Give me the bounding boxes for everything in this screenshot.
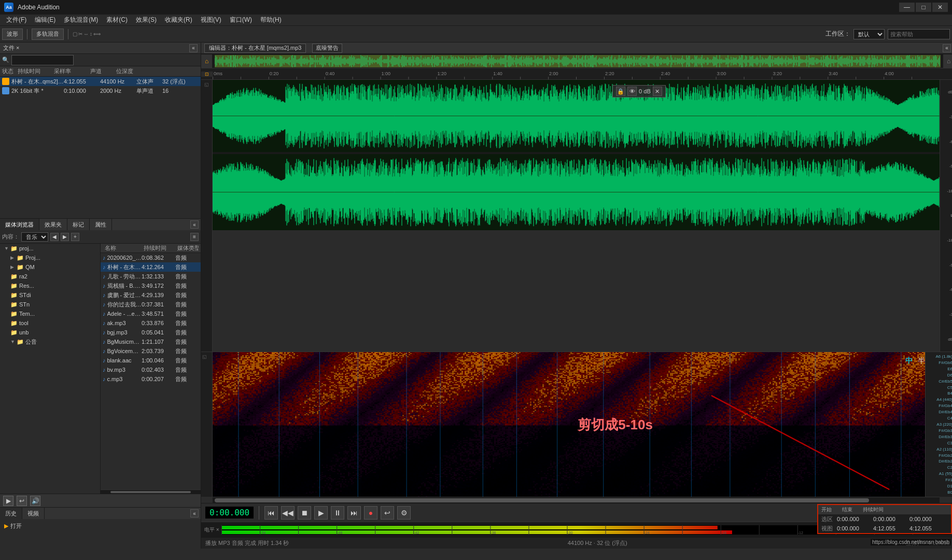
db-mark-n3: -3 <box>949 115 952 119</box>
media-playback: ▶ ↩ 🔊 <box>0 494 201 507</box>
media-row-7[interactable]: ♪ Adele - ...e Deep [mqms2].mp3 3:48.571… <box>101 309 201 318</box>
tree-item-proj[interactable]: ▼ 📁 proj... <box>0 244 100 253</box>
workspace-select[interactable]: 默认 <box>853 29 885 39</box>
menu-item-F[interactable]: 文件(F) <box>2 15 31 25</box>
tab-markers[interactable]: 标记 <box>67 219 90 230</box>
tree-item-Proj[interactable]: ▶ 📁 Proj... <box>0 253 100 262</box>
content-select[interactable]: 音乐 <box>21 232 48 242</box>
tree-item-QM[interactable]: ▶ 📁 QM <box>0 262 100 272</box>
tree-item-STn[interactable]: 📁 STn <box>0 300 100 309</box>
nav-add-btn[interactable]: + <box>71 233 79 241</box>
menu-item-E[interactable]: 编辑(E) <box>31 15 60 25</box>
maximize-button[interactable]: □ <box>916 3 931 12</box>
tree-item-ra2[interactable]: 📁 ra2 <box>0 272 100 281</box>
move-tool-icon[interactable]: ↕ <box>90 31 92 37</box>
minimize-button[interactable]: — <box>899 3 915 12</box>
tree-item-STdi[interactable]: 📁 STdi <box>0 290 100 300</box>
waveform-scrollbar[interactable] <box>213 497 940 503</box>
menu-item-C[interactable]: 素材(C) <box>102 15 132 25</box>
editor-collapse-btn[interactable]: « <box>943 44 951 52</box>
waveform-btn[interactable]: 波形 <box>2 29 23 40</box>
menu-item-W[interactable]: 窗口(W) <box>226 15 256 25</box>
tab-video[interactable]: 视频 <box>22 508 45 519</box>
media-row-8[interactable]: ♪ ak.mp3 0:33.876 音频 <box>101 318 201 328</box>
tab-history[interactable]: 历史 <box>0 508 22 519</box>
media-file-type: 音频 <box>175 282 199 290</box>
media-row-13[interactable]: ♪ bv.mp3 0:02.403 音频 <box>101 365 201 374</box>
play-btn[interactable]: ▶ <box>314 506 328 520</box>
media-row-9[interactable]: ♪ bgj.mp3 0:05.041 音频 <box>101 328 201 337</box>
spec-left-gutter: ◱ <box>201 352 213 497</box>
nav-back-btn[interactable]: ◀ <box>50 233 59 241</box>
editor-tab[interactable]: 编辑器：朴树 - 在木星 [mqms2].mp3 <box>204 44 306 53</box>
menu-item-V[interactable]: 视图(V) <box>197 15 226 25</box>
wf-eye-btn[interactable]: 👁 <box>627 87 637 96</box>
menu-item-H[interactable]: 帮助(H) <box>256 15 286 25</box>
slip-tool-icon[interactable]: ⟺ <box>93 31 101 37</box>
vol-btn[interactable]: 🔊 <box>30 496 40 506</box>
media-row-11[interactable]: ♪ BgVoicemerged.aac 2:03.739 音频 <box>101 346 201 356</box>
media-row-1[interactable]: ♪ 20200620_113609.m4a 0:08.362 音频 <box>101 253 201 262</box>
media-file-type: 音频 <box>175 310 199 318</box>
loop-transport-btn[interactable]: ↩ <box>381 506 394 520</box>
col-type: 媒体类型 <box>175 244 199 252</box>
pause-btn[interactable]: ⏸ <box>331 506 344 520</box>
time-sel-icon[interactable]: ↔ <box>83 31 89 37</box>
tree-item-music[interactable]: ▼ 📁 公音 <box>0 337 100 346</box>
media-row-4[interactable]: ♪ 焉栈猫 - B...oom [mqms2].mp3 3:49.172 音频 <box>101 281 201 290</box>
overview-waveform[interactable] <box>215 55 941 67</box>
media-row-6[interactable]: ♪ 你的过去我不介入...0675.mp3 0:37.381 音频 <box>101 300 201 309</box>
media-row-12[interactable]: ♪ blank.aac 1:00.046 音频 <box>101 356 201 365</box>
stop-btn[interactable]: ⏹ <box>298 506 311 520</box>
record-btn[interactable]: ● <box>364 506 377 520</box>
media-row-14[interactable]: ♪ c.mp3 0:00.207 音频 <box>101 374 201 384</box>
select-tool-icon[interactable]: ▢ <box>73 31 77 37</box>
loop-btn[interactable]: ↩ <box>17 496 27 506</box>
rewind-btn[interactable]: ◀◀ <box>281 506 295 520</box>
play-btn[interactable]: ▶ <box>3 496 13 506</box>
wf-close-btn[interactable]: ✕ <box>653 87 662 96</box>
scroll-thumb[interactable] <box>215 498 869 502</box>
tab-properties[interactable]: 属性 <box>90 219 112 230</box>
skip-end-btn[interactable]: ⏭ <box>347 506 361 520</box>
tree-item-unb[interactable]: 📁 unb <box>0 328 100 337</box>
media-row-2[interactable]: ♪ 朴树 - 在木星 [mqms2].mp3 4:12.264 音频 <box>101 262 201 272</box>
media-collapse-btn[interactable]: « <box>190 220 199 229</box>
menu-item-R[interactable]: 收藏夹(R) <box>161 15 197 25</box>
close-button[interactable]: ✕ <box>932 3 948 12</box>
files-collapse-btn[interactable]: « <box>189 44 198 52</box>
multitrack-btn[interactable]: 多轨混音 <box>32 29 64 40</box>
playback-settings-btn[interactable]: ⚙ <box>397 506 411 520</box>
folder-icon: 📁 <box>10 292 18 299</box>
tab-media-browser[interactable]: 媒体浏览器 <box>0 219 39 230</box>
tab-effects[interactable]: 效果夹 <box>39 219 67 230</box>
left-panel: 文件 × « 🔍 状态 持续时间 采样率 声道 位深度 朴树 - 在 <box>0 43 201 549</box>
overview-home-btn[interactable]: ⌂ <box>201 54 213 68</box>
search-help-input[interactable] <box>888 29 950 39</box>
menu-item-S[interactable]: 效果(S) <box>132 15 161 25</box>
filter-btn[interactable]: ≡ <box>190 233 199 241</box>
overview-bar: ⌂ ⌂ <box>201 54 952 68</box>
overview-end-btn[interactable]: ⌂ <box>943 54 952 68</box>
razor-tool-icon[interactable]: ✂ <box>78 31 82 37</box>
file-row[interactable]: 朴树 - 在木..qms2].mp3 4:12.055 44100 Hz 立体声… <box>0 77 201 86</box>
folder-icon: 📁 <box>10 301 18 308</box>
history-collapse-btn[interactable]: « <box>190 509 199 517</box>
media-panel: 媒体浏览器 效果夹 标记 属性 « 内容： 音乐 ◀ ▶ + ≡ <box>0 219 201 507</box>
menu-item-M[interactable]: 多轨混音(M) <box>60 15 102 25</box>
media-row-3[interactable]: ♪ 儿歌 - 劳动...[mqms2].mp3 1:32.133 音频 <box>101 272 201 281</box>
file-row[interactable]: 2K 16bit 率 * 0:10.000 2000 Hz 单声道 16 <box>0 86 201 95</box>
nav-forward-btn[interactable]: ▶ <box>61 233 69 241</box>
wf-lock-btn[interactable]: 🔒 <box>616 87 625 96</box>
tree-item-Res[interactable]: 📁 Res... <box>0 281 100 290</box>
tree-item-tool[interactable]: 📁 tool <box>0 318 100 328</box>
files-search-input[interactable] <box>11 55 74 65</box>
tree-item-Tem[interactable]: 📁 Tem... <box>0 309 100 318</box>
media-row-10[interactable]: ♪ BgMusicmerged.aac 1:21.107 音频 <box>101 337 201 346</box>
media-row-5[interactable]: ♪ 虞鹏 - 爱过 [mqms2].mp3 4:29.139 音频 <box>101 290 201 300</box>
list-scrollbar[interactable] <box>101 489 201 494</box>
skip-start-btn[interactable]: ⏮ <box>264 506 278 520</box>
view-end-val: 4:12.055 <box>873 525 909 531</box>
tree-item-label: 公音 <box>25 338 37 346</box>
waveform-canvas-area[interactable]: 🔒 👁 0 dB ✕ <box>213 80 940 352</box>
